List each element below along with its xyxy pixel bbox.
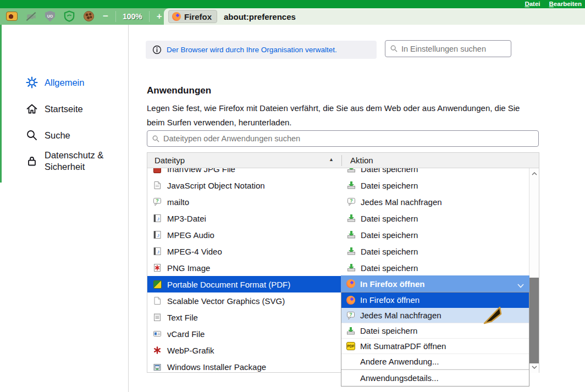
image-file-icon xyxy=(153,263,162,272)
ask-bubble-icon: ? xyxy=(153,197,162,206)
zoom-level: 100% xyxy=(119,12,146,21)
viewer-toolbar: UO − 100% + Firefox about:preferences xyxy=(0,8,585,25)
installer-icon xyxy=(153,362,162,371)
scroll-down-icon[interactable] xyxy=(529,363,539,372)
save-icon xyxy=(347,181,356,190)
sumatra-file-icon xyxy=(153,280,162,289)
action-dropdown-menu: In Firefox öffnen ? Jedes Mal nachfragen… xyxy=(341,292,529,387)
irfanview-icon[interactable] xyxy=(5,10,18,22)
table-header: Dateityp ▲ Aktion xyxy=(147,153,539,168)
save-icon xyxy=(346,327,355,335)
menu-item-save-file[interactable]: Datei speichern xyxy=(341,323,529,339)
window-tab[interactable]: Firefox about:preferences xyxy=(164,8,585,25)
table-row[interactable]: ♪ MPEG-4 Video Datei speichern xyxy=(147,243,529,260)
svg-text:♪: ♪ xyxy=(157,232,160,238)
firefox-icon xyxy=(346,296,355,305)
sidebar-separator xyxy=(128,25,129,392)
managed-browser-banner: Der Browser wird durch Ihre Organisation… xyxy=(146,41,377,59)
json-doc-icon xyxy=(153,181,162,190)
search-icon xyxy=(390,45,398,52)
svg-text:?: ? xyxy=(350,198,353,203)
menu-item-application-details[interactable]: Anwendungsdetails... xyxy=(341,370,529,385)
save-icon xyxy=(347,247,356,256)
divider xyxy=(115,11,116,22)
irfanview-file-icon xyxy=(153,168,162,173)
media-file-icon: ♪ xyxy=(153,230,162,239)
sidebar-item-datenschutz[interactable]: Datenschutz & Sicherheit xyxy=(25,150,116,173)
sumatrapdf-icon: PDF xyxy=(346,342,355,351)
scrollbar-thumb[interactable] xyxy=(529,278,539,363)
save-icon xyxy=(347,168,356,173)
page-title: Anwendungen xyxy=(147,85,211,96)
info-icon xyxy=(152,45,162,54)
media-file-icon: ♪ xyxy=(153,214,162,223)
screen: Datei Bearbeiten UO xyxy=(0,0,585,392)
action-select-value: In Firefox öffnen xyxy=(360,279,425,289)
settings-search-placeholder: In Einstellungen suchen xyxy=(401,45,486,53)
managed-banner-text: Der Browser wird durch Ihre Organisation… xyxy=(167,46,337,54)
media-file-icon: ♪ xyxy=(153,247,162,256)
menu-item-open-with-sumatrapdf[interactable]: PDF Mit SumatraPDF öffnen xyxy=(341,339,529,354)
firefox-app-label: Firefox xyxy=(184,12,212,21)
ask-bubble-icon: ? xyxy=(347,197,356,206)
firefox-app-chip[interactable]: Firefox xyxy=(168,10,217,23)
table-scrollbar[interactable] xyxy=(529,168,539,373)
sidebar-label: Suche xyxy=(45,130,70,141)
firefox-icon xyxy=(346,279,355,288)
sort-ascending-icon: ▲ xyxy=(329,157,334,162)
green-shield-icon[interactable] xyxy=(63,10,75,22)
zoom-out-button[interactable]: − xyxy=(99,11,112,22)
chevron-down-icon xyxy=(517,280,524,290)
table-row[interactable]: ? mailto ? Jedes Mal nachfragen xyxy=(147,194,529,210)
settings-search-input[interactable]: In Einstellungen suchen xyxy=(385,40,511,57)
home-icon xyxy=(25,102,38,115)
tab-url: about:preferences xyxy=(224,12,296,21)
filter-placeholder: Dateitypen oder Anwendungen suchen xyxy=(163,134,300,143)
table-row[interactable]: JavaScript Object Notation Datei speiche… xyxy=(147,177,529,194)
lock-icon xyxy=(25,154,38,168)
sidebar-label: Datenschutz & Sicherheit xyxy=(45,150,116,173)
ublock-shield-icon[interactable]: UO xyxy=(44,10,56,22)
column-header-aktion[interactable]: Aktion xyxy=(350,156,373,165)
search-icon xyxy=(25,129,38,142)
cookie-icon[interactable] xyxy=(82,10,95,22)
table-row[interactable]: IrfanView JPG File Datei speichern xyxy=(147,168,529,177)
firefox-logo-icon xyxy=(172,12,181,21)
notepad-icon xyxy=(153,313,162,322)
ask-bubble-icon: ? xyxy=(346,311,355,320)
column-header-dateityp[interactable]: Dateityp xyxy=(154,156,185,165)
action-select-open[interactable]: In Firefox öffnen xyxy=(341,275,529,292)
filetype-filter-input[interactable]: Dateitypen oder Anwendungen suchen xyxy=(147,130,539,147)
save-icon xyxy=(347,214,356,223)
menu-item-other-application[interactable]: Andere Anwendung... xyxy=(341,354,529,369)
svg-text:♪: ♪ xyxy=(157,216,160,222)
vcard-icon xyxy=(153,329,162,338)
menu-item-ask-every-time[interactable]: ? Jedes Mal nachfragen xyxy=(341,308,529,323)
table-row[interactable]: PNG Image Datei speichern xyxy=(147,260,529,276)
search-icon xyxy=(152,135,159,142)
blank-doc-icon xyxy=(153,296,162,305)
save-icon xyxy=(347,263,356,272)
muted-camera-icon[interactable] xyxy=(25,10,37,22)
svg-text:♪: ♪ xyxy=(157,249,160,255)
table-row[interactable]: ♪ MPEG Audio Datei speichern xyxy=(147,227,529,243)
sidebar-item-suche[interactable]: Suche xyxy=(25,129,70,142)
sidebar-item-startseite[interactable]: Startseite xyxy=(25,102,83,115)
svg-text:?: ? xyxy=(156,198,159,203)
sidebar-label: Startseite xyxy=(45,103,83,115)
menu-bearbeiten[interactable]: Bearbeiten xyxy=(549,0,582,8)
divider xyxy=(149,11,150,22)
svg-text:?: ? xyxy=(349,312,352,317)
save-icon xyxy=(347,230,356,239)
sidebar-label: Allgemein xyxy=(45,77,84,89)
image-star-icon xyxy=(153,346,162,355)
sidebar-item-allgemein[interactable]: Allgemein xyxy=(25,76,84,89)
section-description: Legen Sie fest, wie Firefox mit Dateien … xyxy=(147,101,535,130)
table-row[interactable]: ♪ MP3-Datei Datei speichern xyxy=(147,210,529,227)
menu-item-open-in-firefox[interactable]: In Firefox öffnen xyxy=(341,292,529,308)
window-edge-strip xyxy=(0,25,2,183)
gear-icon xyxy=(25,76,38,89)
column-divider[interactable] xyxy=(341,155,342,166)
menu-datei[interactable]: Datei xyxy=(525,0,540,8)
scroll-up-icon[interactable] xyxy=(529,169,539,178)
